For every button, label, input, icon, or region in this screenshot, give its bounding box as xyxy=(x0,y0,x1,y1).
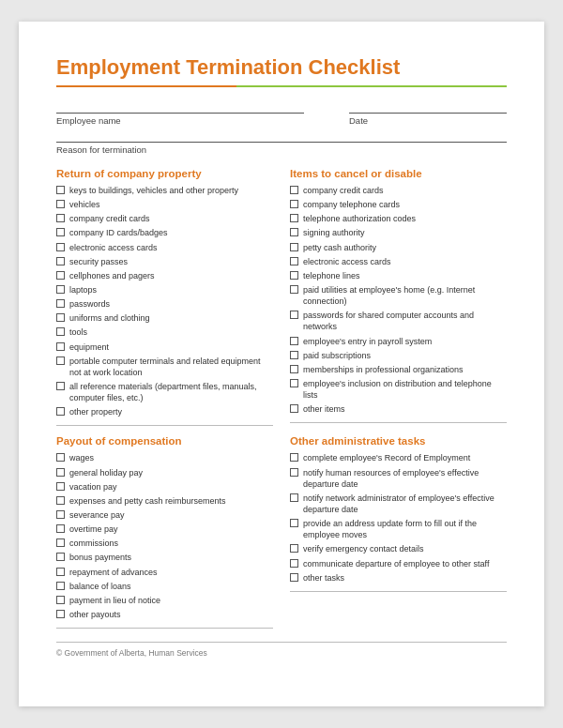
checkbox-icon[interactable] xyxy=(56,257,65,265)
list-item: communicate departure of employee to oth… xyxy=(290,558,507,569)
checkbox-icon[interactable] xyxy=(56,200,65,208)
return-col: Return of company property keys to build… xyxy=(56,168,273,426)
checkbox-icon[interactable] xyxy=(56,313,65,322)
date-input[interactable] xyxy=(349,100,507,114)
checkbox-icon[interactable] xyxy=(56,610,65,618)
list-item: company ID cards/badges xyxy=(56,227,273,238)
return-section-title: Return of company property xyxy=(56,168,273,179)
checkbox-icon[interactable] xyxy=(56,342,65,351)
checkbox-icon[interactable] xyxy=(56,285,65,294)
payout-list: wages general holiday pay vacation pay e… xyxy=(56,452,273,620)
list-item: balance of loans xyxy=(56,581,273,592)
checkbox-icon[interactable] xyxy=(290,559,298,568)
checkbox-icon[interactable] xyxy=(56,524,65,533)
cancel-col: Items to cancel or disable company credi… xyxy=(290,168,507,426)
reason-row: Reason for termination xyxy=(56,129,507,155)
list-item: commissions xyxy=(56,538,273,549)
checkbox-icon[interactable] xyxy=(290,404,298,413)
list-item: notify human resources of employee's eff… xyxy=(290,467,507,490)
payout-col-divider xyxy=(56,628,273,629)
list-item: tools xyxy=(56,326,273,338)
checkbox-icon[interactable] xyxy=(290,337,298,345)
list-item: other items xyxy=(290,403,507,415)
list-item: company credit cards xyxy=(56,213,273,224)
checkbox-icon[interactable] xyxy=(56,407,65,416)
checkbox-icon[interactable] xyxy=(56,243,65,251)
checkbox-icon[interactable] xyxy=(290,519,298,527)
list-item: notify network administrator of employee… xyxy=(290,493,507,515)
list-item: passwords for shared computer accounts a… xyxy=(290,310,507,332)
checkbox-icon[interactable] xyxy=(290,365,298,373)
checkbox-icon[interactable] xyxy=(290,311,298,319)
checkbox-icon[interactable] xyxy=(56,186,65,194)
checkbox-icon[interactable] xyxy=(56,582,65,590)
checkbox-icon[interactable] xyxy=(290,271,298,280)
date-field: Date xyxy=(349,100,507,126)
checkbox-icon[interactable] xyxy=(290,493,298,502)
list-item: other property xyxy=(56,406,273,417)
employee-name-input[interactable] xyxy=(56,100,304,114)
checkbox-icon[interactable] xyxy=(290,186,298,194)
list-item: passwords xyxy=(56,298,273,310)
checkbox-icon[interactable] xyxy=(290,544,298,553)
cancel-section-title: Items to cancel or disable xyxy=(290,168,507,179)
reason-label: Reason for termination xyxy=(56,144,507,155)
list-item: vacation pay xyxy=(56,481,273,493)
list-item: severance pay xyxy=(56,509,273,521)
list-item: cellphones and pagers xyxy=(56,270,273,281)
list-item: complete employee's Record of Employment xyxy=(290,452,507,463)
checkbox-icon[interactable] xyxy=(56,468,65,477)
checkbox-icon[interactable] xyxy=(56,299,65,308)
list-item: electronic access cards xyxy=(290,256,507,267)
admin-list: complete employee's Record of Employment… xyxy=(290,452,507,583)
checkbox-icon[interactable] xyxy=(56,482,65,491)
checkbox-icon[interactable] xyxy=(56,510,65,519)
checkbox-icon[interactable] xyxy=(56,271,65,280)
checkbox-icon[interactable] xyxy=(290,243,298,251)
employee-name-label: Employee name xyxy=(56,115,304,126)
list-item: wages xyxy=(56,452,273,463)
checkbox-icon[interactable] xyxy=(56,496,65,505)
date-label: Date xyxy=(349,115,507,126)
checkbox-icon[interactable] xyxy=(56,568,65,576)
checkbox-icon[interactable] xyxy=(56,356,65,365)
list-item: electronic access cards xyxy=(56,242,273,253)
checkbox-icon[interactable] xyxy=(290,468,298,477)
checkbox-icon[interactable] xyxy=(56,453,65,462)
list-item: other tasks xyxy=(290,572,507,584)
checkbox-icon[interactable] xyxy=(290,379,298,387)
payout-section-title: Payout of compensation xyxy=(56,435,273,447)
checkbox-icon[interactable] xyxy=(290,453,298,462)
checkbox-icon[interactable] xyxy=(290,351,298,359)
checkbox-icon[interactable] xyxy=(56,214,65,222)
list-item: uniforms and clothing xyxy=(56,312,273,324)
checkbox-icon[interactable] xyxy=(290,573,298,582)
checkbox-icon[interactable] xyxy=(56,382,65,390)
list-item: expenses and petty cash reimbursements xyxy=(56,495,273,507)
checkbox-icon[interactable] xyxy=(56,596,65,604)
checkbox-icon[interactable] xyxy=(290,285,298,294)
checkbox-icon[interactable] xyxy=(56,553,65,561)
list-item: signing authority xyxy=(290,227,507,238)
list-item: laptops xyxy=(56,284,273,296)
checkbox-icon[interactable] xyxy=(290,257,298,265)
list-item: bonus payments xyxy=(56,552,273,563)
footer: © Government of Alberta, Human Services xyxy=(56,642,507,658)
checkbox-icon[interactable] xyxy=(56,538,65,547)
checkbox-icon[interactable] xyxy=(290,228,298,236)
list-item: memberships in professional organization… xyxy=(290,364,507,375)
list-item: telephone authorization codes xyxy=(290,213,507,224)
checkbox-icon[interactable] xyxy=(290,214,298,222)
bottom-columns: Payout of compensation wages general hol… xyxy=(56,435,507,629)
checkbox-icon[interactable] xyxy=(290,200,298,208)
list-item: general holiday pay xyxy=(56,467,273,478)
checkbox-icon[interactable] xyxy=(56,327,65,336)
admin-col: Other administrative tasks complete empl… xyxy=(290,435,507,629)
list-item: vehicles xyxy=(56,199,273,210)
admin-col-divider xyxy=(290,591,507,592)
reason-input[interactable] xyxy=(56,129,507,143)
list-item: employee's inclusion on distribution and… xyxy=(290,378,507,401)
checkbox-icon[interactable] xyxy=(56,228,65,236)
page: Employment Termination Checklist Employe… xyxy=(19,22,544,706)
list-item: paid utilities at employee's home (e.g. … xyxy=(290,284,507,307)
